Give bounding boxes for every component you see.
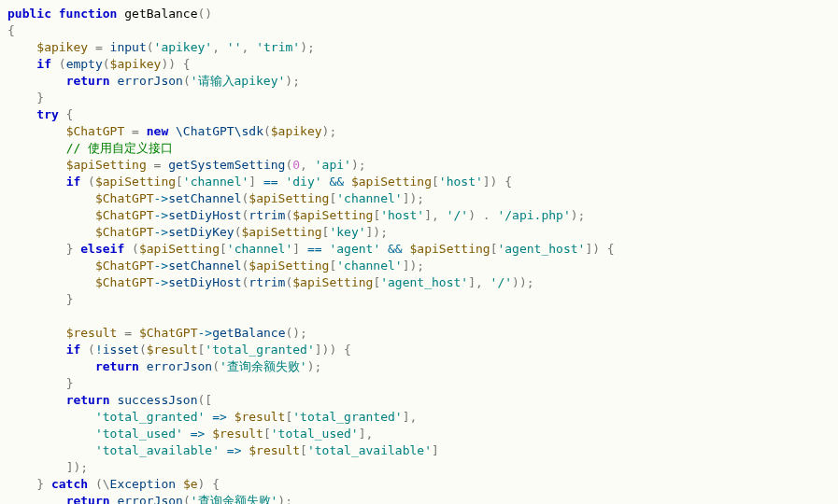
code-block: public function getBalance() { $apikey =… xyxy=(7,6,831,504)
kw-function: function xyxy=(59,7,118,21)
kw-public: public xyxy=(7,7,51,21)
fn-name: getBalance xyxy=(124,7,197,21)
comment: // 使用自定义接口 xyxy=(66,141,173,155)
